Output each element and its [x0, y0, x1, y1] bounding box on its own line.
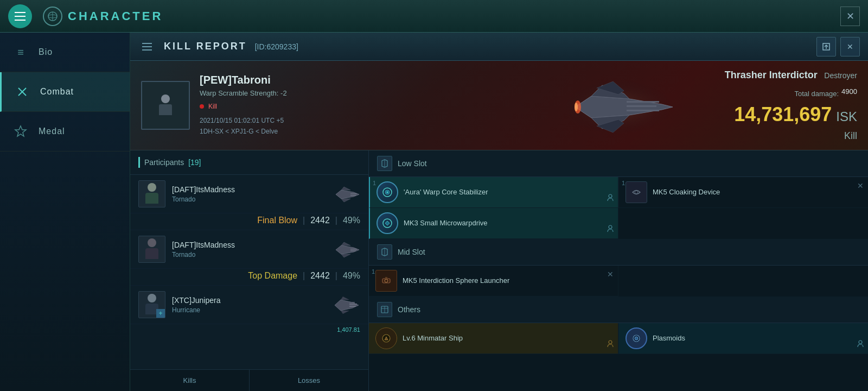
sidebar-label-bio: Bio	[39, 47, 53, 57]
participant-ship-icon-1	[333, 185, 360, 204]
list-item[interactable]: Lv.6 Minmatar Ship	[369, 323, 618, 354]
bottom-tabs: Kills Losses	[130, 369, 368, 391]
close-main-button[interactable]: ✕	[840, 7, 860, 26]
person-icon-2	[607, 225, 614, 234]
kill-info-panel: Thrasher Interdictor Destroyer Total dam…	[700, 61, 868, 150]
stat-divider-4: |	[335, 271, 337, 281]
tab-kills[interactable]: Kills	[130, 370, 250, 391]
list-item[interactable]: 1 MK5 Interdiction Sphere Launcher ✕	[369, 266, 618, 297]
player-banner: [PEW]Tabroni Warp Scramble Strength: -2 …	[130, 61, 868, 150]
avatar-figure	[157, 94, 174, 116]
participants-count: [19]	[188, 158, 201, 167]
participant-footer-3: 1,407.81	[130, 324, 368, 337]
minmatar-icon	[375, 327, 397, 349]
content-area: Participants [19] [DAFT]ItsMad	[130, 150, 868, 391]
participant-ship-icon-3	[333, 295, 360, 314]
svg-rect-17	[350, 250, 356, 251]
plasmoids-icon	[626, 327, 647, 349]
modal-header-actions: ✕	[816, 37, 860, 56]
others-items: Lv.6 Minmatar Ship	[369, 323, 868, 354]
participant-info-2: [DAFT]ItsMadness Tornado	[172, 241, 327, 258]
participant-ship-2: Tornado	[172, 251, 327, 258]
stat-pct-2: 49%	[343, 271, 360, 281]
sidebar-label-combat: Combat	[40, 87, 74, 97]
svg-rect-32	[385, 277, 387, 279]
participants-panel: Participants [19] [DAFT]ItsMad	[130, 150, 369, 391]
kill-indicator-dot	[200, 104, 204, 109]
combat-icon	[12, 82, 32, 102]
close-icon-1[interactable]: ✕	[857, 181, 864, 190]
sidebar-item-medal[interactable]: Medal	[0, 112, 130, 152]
participants-header: Participants [19]	[130, 150, 368, 175]
svg-rect-20	[349, 302, 355, 303]
svg-point-24	[387, 192, 388, 193]
participant-avatar-2	[138, 236, 165, 263]
sidebar-label-medal: Medal	[39, 127, 65, 136]
low-slot-item-3-name: MK3 Small Microwarpdrive	[404, 218, 488, 228]
tab-losses-label: Losses	[298, 376, 320, 384]
low-slot-items: 1 'Aura' Warp Core Stabilizer	[369, 177, 868, 239]
table-row: [DAFT]ItsMadness Tornado	[130, 230, 368, 285]
ship-type: Thrasher Interdictor Destroyer	[725, 70, 857, 81]
low-slot-section: Low Slot 1 'Aura' Warp Core S	[369, 150, 868, 239]
participant-plus-icon: +	[156, 309, 165, 318]
medal-icon	[11, 122, 30, 141]
sidebar: ≡ Bio Combat Medal	[0, 33, 130, 391]
stat-divider-1: |	[303, 216, 305, 225]
participant-name-1: [DAFT]ItsMadness	[172, 185, 327, 194]
participant-name-3: [XTC]Junipera	[172, 296, 327, 305]
kill-badge: Kill	[208, 103, 217, 110]
ship-name: Thrasher Interdictor	[725, 70, 818, 80]
sidebar-item-bio[interactable]: ≡ Bio	[0, 33, 130, 72]
mid-slot-items: 1 MK5 Interdiction Sphere Launcher ✕	[369, 266, 868, 297]
svg-rect-9	[627, 101, 659, 103]
modal-title: KILL REPORT	[164, 41, 247, 52]
mid-slot-item-1-name: MK5 Interdiction Sphere Launcher	[403, 276, 509, 286]
mid-slot-header: Mid Slot	[369, 239, 868, 266]
participant-item[interactable]: [DAFT]ItsMadness Tornado	[130, 175, 368, 213]
modal-hamburger[interactable]	[138, 38, 156, 55]
app-title: CHARACTER	[68, 9, 163, 23]
total-damage-value: 4900	[841, 87, 857, 96]
participants-list: [DAFT]ItsMadness Tornado	[130, 175, 368, 369]
others-icon	[377, 302, 392, 317]
mwd-icon	[376, 212, 398, 234]
participant-item-2[interactable]: [DAFT]ItsMadness Tornado	[130, 230, 368, 269]
slot-num-2: 1	[622, 180, 625, 186]
isk-unit: ISK	[836, 109, 857, 124]
svg-marker-5	[15, 126, 26, 136]
svg-rect-15	[350, 195, 356, 196]
mid-slot-icon	[377, 244, 392, 260]
close-icon-2[interactable]: ✕	[607, 270, 614, 279]
list-item[interactable]: MK3 Small Microwarpdrive	[369, 208, 618, 239]
participant-item-3[interactable]: + [XTC]Junipera Hurricane	[130, 286, 368, 324]
low-slot-item-2-name: MK5 Cloaking Device	[653, 187, 720, 197]
svg-rect-10	[627, 105, 656, 107]
hamburger-button[interactable]	[8, 4, 32, 28]
mid-slot-title: Mid Slot	[398, 248, 425, 256]
export-button[interactable]	[816, 37, 836, 56]
person-icon-3	[607, 340, 614, 349]
close-modal-button[interactable]: ✕	[840, 37, 860, 56]
participant-ship-1: Tornado	[172, 195, 327, 203]
svg-point-40	[859, 340, 862, 344]
list-item[interactable]: 1 'Aura' Warp Core Stabilizer	[369, 177, 618, 208]
list-item[interactable]: 1 MK5 Cloaking Device ✕	[618, 177, 868, 208]
sidebar-item-combat[interactable]: Combat	[0, 72, 130, 112]
others-header: Others	[369, 297, 868, 323]
warp-core-icon	[376, 181, 398, 203]
tab-losses[interactable]: Losses	[250, 370, 368, 391]
sphere-launcher-icon	[375, 270, 397, 292]
others-item-1-name: Lv.6 Minmatar Ship	[403, 333, 463, 343]
ship-class: Destroyer	[824, 71, 857, 80]
isk-amount-3: 1,407.81	[337, 326, 360, 333]
table-row: + [XTC]Junipera Hurricane	[130, 286, 368, 337]
person-icon-4	[857, 340, 864, 349]
mid-slot-section: Mid Slot 1 MK5 Interdiction S	[369, 239, 868, 297]
svg-point-25	[609, 194, 612, 198]
stat-divider-3: |	[303, 271, 305, 281]
participant-ship-3: Hurricane	[172, 306, 327, 314]
list-item[interactable]: Plasmoids	[618, 323, 868, 354]
top-nav: CHARACTER ✕	[0, 0, 868, 33]
player-avatar	[141, 81, 190, 130]
